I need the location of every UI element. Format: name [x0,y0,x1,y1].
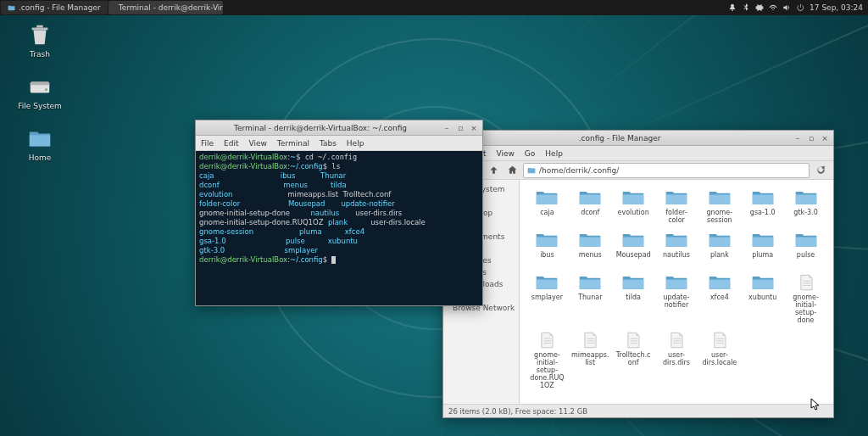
file-item[interactable]: ibus [526,229,568,268]
path-bar[interactable]: /home/derrik/.config/ [523,163,810,178]
file-label: xfce4 [710,293,729,309]
file-manager-toolbar: /home/derrik/.config/ [443,161,833,180]
file-item[interactable]: gsa-1.0 [742,187,783,226]
bluetooth-icon[interactable] [742,3,750,12]
terminal-body[interactable]: derrik@derrik-VirtualBox:~$ cd ~/.config… [196,151,482,305]
desktop-icon-label: Home [29,154,52,162]
system-tray: 17 Sep, 03:24 [728,3,868,12]
file-label: Trolltech.conf [615,351,653,366]
menu-item[interactable]: File [201,139,214,148]
terminal-menubar: FileEditViewTerminalTabsHelp [196,136,482,151]
mouse-cursor [810,398,821,411]
file-item[interactable]: evolution [613,187,654,226]
file-label: gnome-initial-setup-done.RUQ1OZ [528,351,566,389]
minimize-button[interactable]: – [442,123,452,133]
file-item[interactable]: plank [698,229,740,268]
file-item[interactable]: pulse [785,229,826,268]
file-item[interactable]: gnome-initial-setup-done [785,271,826,326]
path-text: /home/derrik/.config/ [539,166,619,175]
file-manager-menubar: FileEditViewGoHelp [443,146,833,161]
file-item[interactable]: menus [570,229,611,268]
file-item[interactable]: user-dirs.dirs [656,329,698,391]
file-label: plank [710,251,729,266]
file-label: Thunar [578,293,602,309]
file-manager-main[interactable]: cajadconfevolutionfolder-colorgnome-sess… [520,180,833,404]
power-icon[interactable] [796,3,804,12]
file-label: menus [579,251,602,266]
menu-item[interactable]: Help [545,149,563,158]
file-label: dconf [581,209,599,224]
file-item[interactable]: update-notifier [656,271,698,326]
file-item[interactable]: Trolltech.conf [613,329,654,391]
taskbar: .config - File Manager>_Terminal - derri… [1,1,223,14]
file-item[interactable]: folder-color [656,187,698,226]
file-item[interactable]: xubuntu [742,271,783,326]
desktop-icon-drive[interactable]: File System [14,74,66,110]
file-item[interactable]: dconf [570,187,611,226]
file-label: Mousepad [616,251,651,266]
file-label: user-dirs.dirs [658,351,696,366]
file-item[interactable]: gnome-session [698,187,740,226]
network-icon[interactable] [769,3,777,12]
file-label: tilda [626,293,641,309]
desktop-icon-folder[interactable]: Home [14,126,66,162]
terminal-window[interactable]: Terminal - derrik@derrik-VirtualBox: ~/.… [195,120,483,306]
file-label: xubuntu [748,293,776,309]
notification-icon[interactable] [728,3,737,12]
status-text: 26 items (2.0 kB), Free space: 11.2 GB [448,407,587,416]
file-item[interactable]: xfce4 [698,271,740,326]
volume-icon[interactable] [782,3,791,12]
settings-icon[interactable] [755,3,764,12]
maximize-button[interactable]: ▫ [455,123,465,133]
file-item[interactable]: gnome-initial-setup-done.RUQ1OZ [526,329,568,391]
file-label: evolution [618,209,649,224]
file-label: gnome-initial-setup-done [787,293,825,324]
home-button[interactable] [504,163,520,178]
menu-item[interactable]: View [249,139,267,148]
file-item[interactable]: nautilus [656,229,698,268]
menu-item[interactable]: Go [525,149,535,158]
file-item[interactable]: Thunar [570,271,611,326]
file-item[interactable]: smplayer [526,271,568,326]
file-manager-window[interactable]: .config - File Manager – ▫ × FileEditVie… [442,130,834,418]
desktop-icon-label: Trash [30,50,50,59]
file-manager-titlebar[interactable]: .config - File Manager – ▫ × [443,131,833,146]
file-label: mimeapps.list [571,351,609,366]
task-button[interactable]: >_Terminal - derrik@derrik-Virt... [108,1,223,14]
folder-icon [527,166,536,175]
menu-item[interactable]: View [497,149,515,158]
file-label: user-dirs.locale [700,351,738,366]
maximize-button[interactable]: ▫ [806,133,816,143]
menu-item[interactable]: Edit [224,139,238,148]
file-label: folder-color [658,209,696,224]
menu-item[interactable]: Help [347,139,364,148]
clock[interactable]: 17 Sep, 03:24 [810,3,863,12]
task-label: .config - File Manager [19,3,101,12]
reload-button[interactable] [813,163,828,178]
file-item[interactable]: pluma [742,229,783,268]
file-label: smplayer [531,293,563,309]
file-manager-statusbar: 26 items (2.0 kB), Free space: 11.2 GB [443,404,833,417]
file-label: caja [540,209,554,224]
file-item[interactable]: user-dirs.locale [698,329,740,391]
minimize-button[interactable]: – [793,133,803,143]
terminal-titlebar[interactable]: Terminal - derrik@derrik-VirtualBox: ~/.… [196,120,482,136]
up-button[interactable] [486,163,501,178]
menu-item[interactable]: Tabs [320,139,337,148]
file-item[interactable]: mimeapps.list [570,329,611,391]
file-label: nautilus [663,251,690,266]
desktop-icon-trash[interactable]: Trash [14,22,66,59]
desktop-icons: TrashFile SystemHome [14,22,66,162]
file-label: update-notifier [658,293,696,309]
file-item[interactable]: tilda [613,271,654,326]
menu-item[interactable]: Terminal [277,139,309,148]
task-button[interactable]: .config - File Manager [1,1,108,14]
file-item[interactable]: caja [526,187,568,226]
close-button[interactable]: × [820,133,830,143]
top-panel: .config - File Manager>_Terminal - derri… [0,0,868,15]
task-label: Terminal - derrik@derrik-Virt... [119,3,223,12]
file-label: pluma [752,251,773,266]
close-button[interactable]: × [469,123,479,133]
file-item[interactable]: Mousepad [613,229,654,268]
file-item[interactable]: gtk-3.0 [785,187,826,226]
